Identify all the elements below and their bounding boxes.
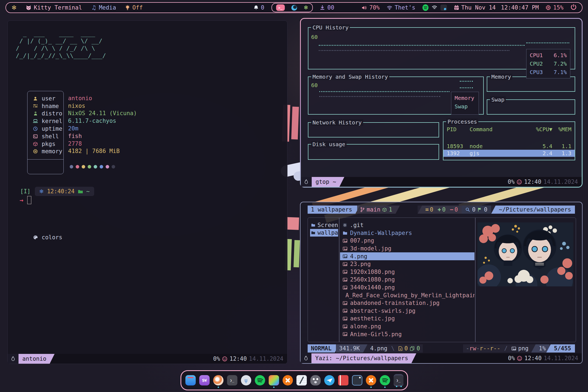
- workspace-2-browser[interactable]: [291, 5, 297, 11]
- file-row[interactable]: 23.png: [340, 260, 474, 268]
- file-row[interactable]: Anime-Girl5.png: [340, 330, 474, 338]
- workspace-1-terminal[interactable]: >_: [276, 4, 285, 11]
- dock-spotify-icon[interactable]: [380, 375, 390, 385]
- weather-tray-icon[interactable]: [440, 5, 447, 11]
- dock-swirl-app-icon[interactable]: [213, 375, 223, 385]
- image-file-icon: [343, 278, 347, 282]
- terminal-cursor[interactable]: [27, 196, 31, 204]
- gtop-window[interactable]: CPU History 60 CPU16.1% CPU27.2% CPU37.1…: [300, 18, 583, 188]
- running-indicator: [384, 387, 385, 388]
- dock-terminal-icon[interactable]: ❯_: [227, 375, 237, 385]
- network-history-panel: Network History: [308, 122, 439, 137]
- palette-dot: [88, 165, 91, 169]
- panel-title: CPU History: [311, 24, 350, 31]
- network-ssid: Thet's: [395, 4, 415, 11]
- notification-count: 0: [261, 4, 264, 11]
- card-divider: [27, 159, 63, 160]
- cpu-percent: 0%: [508, 355, 515, 362]
- tmux-session-name[interactable]: antonio: [19, 354, 55, 364]
- dock-close-app-icon[interactable]: [283, 375, 293, 385]
- clock-module[interactable]: Thu Nov 14 12:40:47 PM: [454, 4, 539, 11]
- parent-dir-row-selected[interactable]: wallpa: [310, 229, 338, 237]
- file-row[interactable]: abstract-swirls.jpg: [340, 307, 474, 315]
- task-icon: [399, 346, 402, 351]
- update-module[interactable]: 00: [320, 4, 334, 11]
- workspace-3-nix[interactable]: ❄: [304, 4, 308, 11]
- yazi-window[interactable]: 1 wallpapers main 1 =0 +0 −0 0 0 ~/Pictu…: [300, 202, 583, 364]
- fetch-row-kernel: kernel: [27, 117, 63, 125]
- file-row[interactable]: 1920x1080.png: [340, 268, 474, 276]
- hostname-icon: [33, 104, 38, 108]
- dock-telegram-icon[interactable]: [324, 375, 335, 385]
- memory-icon: [33, 149, 38, 154]
- dock-screenshot-icon[interactable]: [352, 375, 362, 385]
- file-row[interactable]: 3440x1440.png: [340, 284, 474, 292]
- file-row[interactable]: Dynamic-Wallpapers: [340, 229, 474, 237]
- col-mem[interactable]: %MEM: [552, 126, 571, 133]
- terminal-window[interactable]: _ ___ ____ ____ / |/ (_)_ __/ __ \/ __/ …: [7, 20, 287, 364]
- idle-inhibitor-module[interactable]: Off: [125, 4, 143, 11]
- shell-icon: [33, 134, 38, 138]
- folder-icon: [78, 189, 83, 194]
- tmux-session-name[interactable]: Yazi: ~/Pictures/wallpapers: [311, 353, 416, 363]
- legend-label: CPU3: [530, 69, 543, 75]
- file-row[interactable]: 007.png: [340, 237, 474, 245]
- dock-close-app-icon[interactable]: [366, 375, 376, 385]
- image-file-icon: [343, 332, 347, 336]
- image-file-icon: [343, 324, 347, 329]
- dock-coral-app-icon[interactable]: ψ: [241, 375, 251, 385]
- fetch-value: nixos: [68, 102, 137, 110]
- process-row[interactable]: 18593 node 5.4 1.1: [443, 143, 575, 150]
- file-row[interactable]: abandoned-trainstation.jpg: [340, 299, 474, 307]
- file-row-selected[interactable]: 4.png: [340, 252, 474, 260]
- window-title[interactable]: Kitty Terminal: [26, 4, 82, 11]
- file-row[interactable]: 3d-model.jpg: [340, 245, 474, 253]
- dock-software-icon[interactable]: $W: [199, 375, 210, 385]
- swap-panel: Swap: [487, 99, 575, 115]
- workspaces: >_ ❄: [271, 3, 313, 12]
- media-module[interactable]: ♫ Media: [91, 4, 116, 11]
- image-preview: [477, 222, 573, 286]
- modified-count: 0: [430, 206, 433, 213]
- power-button[interactable]: [571, 4, 577, 11]
- notification-module[interactable]: 0: [254, 4, 264, 11]
- running-indicator: [273, 387, 274, 388]
- tmux-session-name[interactable]: gtop ~: [312, 177, 344, 187]
- yazi-tab[interactable]: 1 wallpapers: [308, 206, 360, 214]
- shell-prompt: [I] ❄ 12:40:24 ~: [20, 187, 94, 196]
- dock: $W ❯_ ψ ❯_: [180, 370, 408, 390]
- dock-rainbow-app-icon[interactable]: [269, 375, 279, 385]
- dock-manual-icon[interactable]: [338, 375, 348, 385]
- process-row-selected[interactable]: 1392 gjs 2.4 1.3: [443, 150, 575, 157]
- fetch-row-hname: hname: [27, 102, 63, 110]
- col-cpu[interactable]: %CPU▼: [529, 126, 552, 133]
- file-row[interactable]: aesthetic.jpg: [340, 315, 474, 323]
- parent-pane: Screen wallpa: [310, 221, 338, 237]
- file-row[interactable]: A_Red_Face_Glowing_by_Merlin_Lightpainti…: [340, 291, 474, 299]
- memory-history-panel: Memory and Swap History 60 Memory Swap: [308, 76, 484, 115]
- mode-indicator: NORMAL: [308, 344, 339, 353]
- network-module[interactable]: Thet's: [387, 4, 415, 11]
- dock-spotify-icon[interactable]: [255, 375, 265, 385]
- spotify-tray-icon[interactable]: [422, 4, 428, 11]
- git-status-segment: main 1: [357, 206, 400, 214]
- disk-usage-panel: Disk usage: [308, 144, 439, 160]
- col-pid[interactable]: PID: [447, 126, 470, 133]
- fetch-row-uptime: uptime: [27, 125, 63, 133]
- running-indicator: [396, 386, 397, 387]
- dock-gimp-icon[interactable]: [310, 375, 321, 385]
- dock-notes-icon[interactable]: [296, 375, 307, 385]
- file-row[interactable]: .git: [340, 221, 474, 229]
- dock-appstore-icon[interactable]: [185, 375, 196, 385]
- file-row[interactable]: alone.png: [340, 323, 474, 330]
- dock-active-terminal-icon[interactable]: ❯_: [394, 374, 403, 387]
- cwd-path[interactable]: ~/Pictures/wallpapers: [491, 206, 575, 214]
- image-file-icon: [512, 347, 516, 351]
- col-command[interactable]: Command: [470, 126, 529, 133]
- parent-dir-row[interactable]: Screen: [310, 221, 338, 229]
- volume-module[interactable]: 70%: [362, 4, 380, 11]
- nixos-menu-icon[interactable]: ❄: [11, 4, 17, 11]
- network-tray-icon[interactable]: [432, 4, 437, 11]
- cpu-module[interactable]: 15%: [546, 4, 564, 11]
- file-row[interactable]: 2560x1080.png: [340, 276, 474, 284]
